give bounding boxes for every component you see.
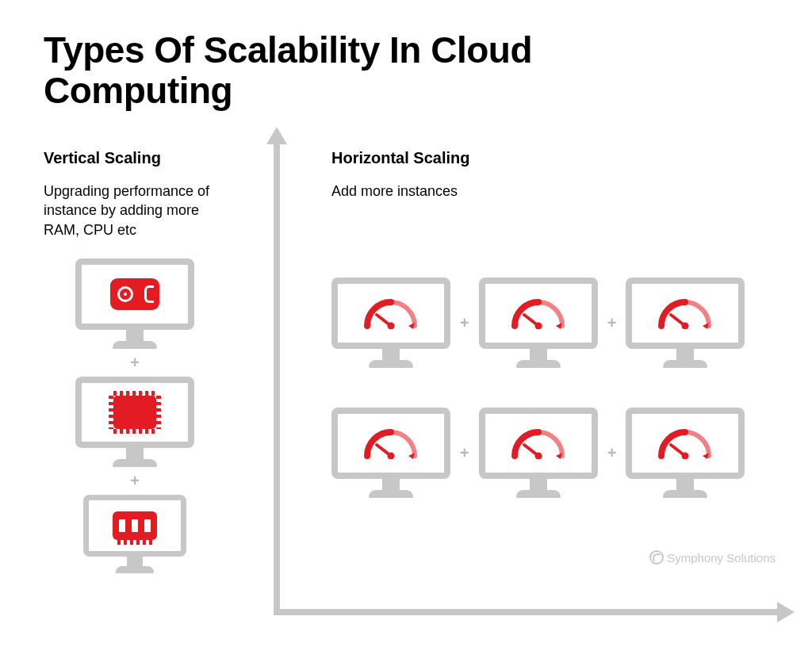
plus-icon: +: [130, 472, 140, 490]
plus-icon: +: [607, 444, 617, 462]
vertical-axis: [274, 140, 280, 615]
monitor-instance: [479, 278, 598, 368]
horizontal-scaling-section: Horizontal Scaling Add more instances: [331, 149, 783, 201]
brand-watermark: Symphony Solutions: [649, 550, 776, 565]
gauge-icon: [653, 427, 717, 459]
plus-icon: +: [607, 314, 617, 332]
monitor-cpu: [75, 377, 194, 467]
monitor-instance: [331, 408, 450, 498]
vertical-axis-arrow-icon: [266, 127, 287, 144]
monitor-screen: [75, 377, 194, 448]
gauge-icon: [507, 297, 570, 329]
gauge-icon: [359, 427, 423, 459]
gpu-icon: [110, 278, 159, 310]
title-line-2: Computing: [44, 70, 232, 111]
plus-icon: +: [460, 314, 469, 332]
title-line-1: Types Of Scalability In Cloud: [44, 29, 532, 71]
instance-row: + +: [331, 278, 745, 368]
plus-icon: +: [130, 354, 140, 372]
horizontal-axis: [274, 609, 781, 615]
gauge-icon: [653, 297, 717, 329]
monitor-instance: [626, 408, 745, 498]
horizontal-grid: + + + +: [331, 278, 745, 498]
vertical-heading: Vertical Scaling: [44, 149, 234, 167]
brand-text: Symphony Solutions: [667, 551, 776, 565]
monitor-screen: [83, 495, 186, 557]
vertical-description: Upgrading performance of instance by add…: [44, 182, 234, 239]
cpu-icon: [113, 396, 156, 429]
monitor-instance: [331, 278, 450, 368]
gauge-icon: [359, 297, 423, 329]
vertical-stack: + +: [75, 258, 194, 573]
instance-row: + +: [331, 408, 745, 498]
plus-icon: +: [460, 444, 469, 462]
vertical-scaling-section: Vertical Scaling Upgrading performance o…: [44, 149, 234, 239]
page-title: Types Of Scalability In Cloud Computing: [44, 30, 532, 110]
monitor-instance: [626, 278, 745, 368]
horizontal-heading: Horizontal Scaling: [331, 149, 783, 167]
monitor-ram: [83, 495, 186, 573]
horizontal-axis-arrow-icon: [777, 602, 795, 622]
brand-logo-icon: [649, 550, 664, 565]
horizontal-description: Add more instances: [331, 182, 783, 201]
gauge-icon: [507, 427, 570, 459]
ram-icon: [113, 511, 157, 540]
monitor-instance: [479, 408, 598, 498]
monitor-screen: [75, 258, 194, 330]
monitor-gpu: [75, 258, 194, 349]
